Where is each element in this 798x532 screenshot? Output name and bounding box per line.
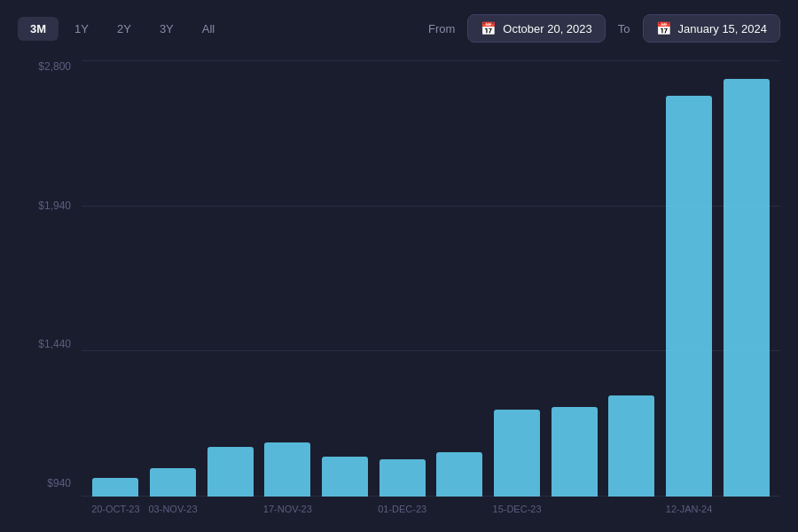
bar[interactable] — [494, 410, 540, 497]
bar[interactable] — [379, 459, 426, 497]
x-label: 12-JAN-24 — [664, 504, 715, 514]
time-buttons: 3M 1Y 2Y 3Y All — [18, 17, 227, 41]
bar-group — [664, 60, 715, 497]
x-label: 03-NOV-23 — [148, 504, 199, 514]
bar-group — [90, 60, 141, 497]
top-controls: 3M 1Y 2Y 3Y All From 📅 October 20, 2023 … — [18, 14, 780, 43]
x-label: 20-OCT-23 — [90, 504, 141, 514]
x-label — [205, 504, 255, 514]
from-date-picker[interactable]: 📅 October 20, 2023 — [467, 14, 605, 43]
x-label — [606, 504, 657, 514]
bar-group — [377, 60, 427, 497]
calendar-icon-to: 📅 — [656, 21, 671, 35]
to-label: To — [618, 22, 630, 35]
x-label — [320, 504, 371, 514]
bar-group — [205, 60, 255, 497]
chart-area: $2,800 $1,940 $1,440 $940 20-OC — [18, 60, 780, 514]
bar-group — [262, 60, 313, 497]
chart-inner: 20-OCT-2303-NOV-2317-NOV-2301-DEC-2315-D… — [82, 60, 780, 514]
time-btn-3m[interactable]: 3M — [18, 17, 59, 41]
bar[interactable] — [322, 457, 368, 497]
bar-group — [320, 60, 371, 497]
bar-group — [606, 60, 657, 497]
y-label-940: $940 — [47, 477, 71, 489]
bar-group — [721, 60, 771, 497]
calendar-icon-from: 📅 — [481, 21, 496, 35]
bar[interactable] — [264, 442, 310, 497]
to-date-picker[interactable]: 📅 January 15, 2024 — [643, 14, 780, 43]
x-axis: 20-OCT-2303-NOV-2317-NOV-2301-DEC-2315-D… — [82, 497, 780, 514]
time-btn-2y[interactable]: 2Y — [105, 17, 144, 41]
x-label: 01-DEC-23 — [377, 504, 427, 514]
y-label-1940: $1,940 — [38, 200, 71, 212]
chart-container: 3M 1Y 2Y 3Y All From 📅 October 20, 2023 … — [0, 0, 798, 532]
time-btn-1y[interactable]: 1Y — [62, 17, 101, 41]
from-date-text: October 20, 2023 — [503, 22, 591, 35]
time-btn-3y[interactable]: 3Y — [147, 17, 186, 41]
bar[interactable] — [92, 478, 138, 497]
bar[interactable] — [552, 407, 598, 497]
bar-group — [434, 60, 485, 497]
time-btn-all[interactable]: All — [190, 17, 227, 41]
bar[interactable] — [666, 96, 712, 497]
bar-group — [549, 60, 599, 497]
bar[interactable] — [207, 447, 254, 497]
x-label — [549, 504, 599, 514]
y-label-1440: $1,440 — [38, 338, 71, 350]
to-date-text: January 15, 2024 — [678, 22, 767, 35]
bar[interactable] — [724, 79, 770, 497]
bar[interactable] — [436, 452, 482, 497]
bar[interactable] — [608, 395, 654, 497]
x-label: 17-NOV-23 — [262, 504, 313, 514]
bar-group — [148, 60, 199, 497]
date-controls: From 📅 October 20, 2023 To 📅 January 15,… — [428, 14, 780, 43]
x-label: 15-DEC-23 — [492, 504, 543, 514]
x-label — [721, 504, 771, 514]
bars-and-grid — [82, 60, 780, 497]
x-label — [434, 504, 485, 514]
bar-group — [492, 60, 543, 497]
y-axis: $2,800 $1,940 $1,440 $940 — [18, 60, 82, 514]
bar[interactable] — [150, 468, 196, 497]
from-label: From — [428, 22, 455, 35]
bars-wrapper — [82, 60, 780, 497]
y-label-2800: $2,800 — [38, 60, 71, 73]
